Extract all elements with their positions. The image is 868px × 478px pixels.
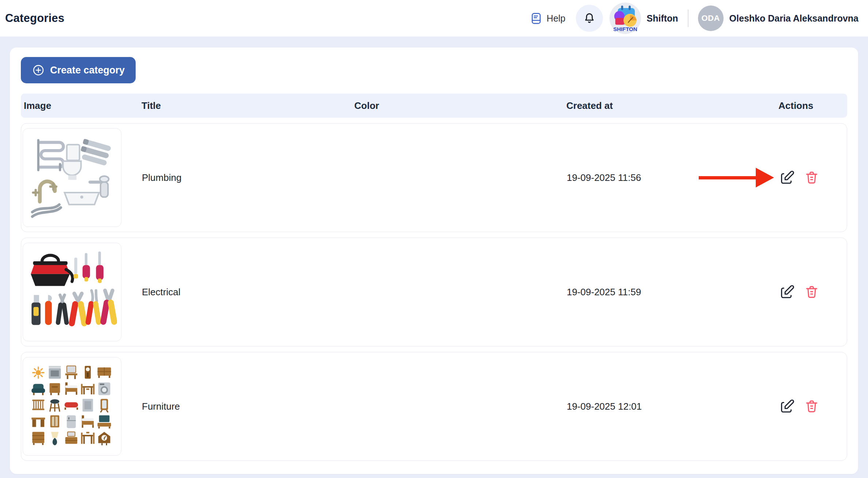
- category-created-at: 19-09-2025 12:01: [567, 401, 779, 412]
- help-book-icon: [529, 12, 543, 25]
- bell-icon: [583, 12, 596, 25]
- categories-card: Create category Image Title Color Create…: [10, 48, 858, 474]
- edit-pencil-icon: [779, 284, 796, 300]
- avatar: ODA: [698, 5, 724, 31]
- trash-icon: [804, 284, 820, 300]
- notifications-button[interactable]: [576, 5, 603, 32]
- category-title: Plumbing: [142, 172, 355, 183]
- column-header-title: Title: [141, 100, 354, 111]
- workspace-switcher[interactable]: SHIFTON Shifton: [609, 2, 678, 35]
- top-bar: Categories Help: [0, 0, 868, 37]
- trash-icon: [804, 398, 820, 414]
- create-category-label: Create category: [50, 65, 125, 76]
- category-title: Electrical: [142, 287, 355, 298]
- delete-button[interactable]: [804, 398, 820, 414]
- table-row-furniture: Furniture 19-09-2025 12:01: [21, 352, 847, 461]
- edit-button[interactable]: [779, 284, 796, 300]
- page-title: Categories: [5, 12, 64, 25]
- edit-pencil-icon: [779, 398, 796, 415]
- delete-button[interactable]: [804, 284, 820, 300]
- category-image-furniture: [23, 357, 121, 456]
- shifton-logo-wordmark: SHIFTON: [613, 26, 637, 32]
- header-divider: [688, 10, 688, 27]
- avatar-initials: ODA: [701, 14, 720, 23]
- edit-button[interactable]: [779, 169, 796, 186]
- plus-circle-icon: [32, 64, 45, 77]
- shifton-logo: SHIFTON: [609, 2, 642, 35]
- user-menu[interactable]: ODA Oleshko Daria Aleksandrovna: [698, 5, 858, 31]
- top-bar-right: Help: [529, 2, 858, 35]
- edit-pencil-icon: [779, 169, 796, 186]
- create-category-button[interactable]: Create category: [21, 57, 136, 83]
- column-header-actions: Actions: [778, 100, 847, 111]
- column-header-image: Image: [21, 100, 141, 111]
- help-label: Help: [547, 13, 565, 24]
- category-created-at: 19-09-2025 11:59: [567, 287, 779, 298]
- trash-icon: [804, 170, 820, 186]
- table-header: Image Title Color Created at Actions: [21, 94, 847, 118]
- user-name: Oleshko Daria Aleksandrovna: [729, 13, 858, 24]
- table-row-plumbing: Plumbing 19-09-2025 11:56: [21, 123, 847, 232]
- category-created-at: 19-09-2025 11:56: [567, 172, 779, 183]
- category-image-plumbing: [23, 128, 121, 227]
- delete-button[interactable]: [804, 170, 820, 186]
- column-header-color: Color: [354, 100, 566, 111]
- column-header-created-at: Created at: [566, 100, 778, 111]
- category-image-electrical: [23, 243, 121, 341]
- help-button[interactable]: Help: [529, 12, 565, 25]
- category-title: Furniture: [142, 401, 355, 412]
- table-row-electrical: Electrical 19-09-2025 11:59: [21, 238, 847, 346]
- edit-button[interactable]: [779, 398, 796, 415]
- workspace-name: Shifton: [647, 13, 678, 24]
